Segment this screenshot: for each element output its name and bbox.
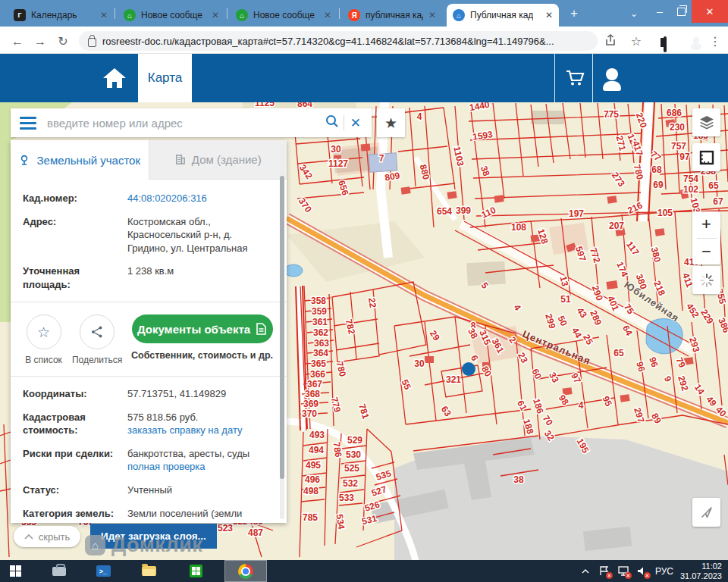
tab-close-icon[interactable]: ✕ — [324, 10, 331, 20]
detail-row: Риски при сделки:банкротства, аресты, су… — [23, 447, 273, 474]
parcel-number: 65 — [708, 180, 719, 191]
menu-dots-icon[interactable]: ⋮ — [707, 33, 723, 50]
menu-burger-icon[interactable] — [11, 117, 46, 130]
share-button[interactable]: Поделиться — [74, 314, 121, 365]
profile-avatar-icon[interactable] — [681, 35, 698, 52]
parcel-number: 369 — [303, 399, 318, 409]
taskbar-powershell-icon[interactable]: >_ — [88, 560, 118, 582]
loading-spinner-icon — [692, 266, 720, 294]
parcel-marker[interactable] — [462, 362, 475, 376]
taskbar-explorer-icon[interactable] — [133, 560, 164, 582]
hide-panel-button[interactable]: скрыть — [14, 526, 80, 547]
window-restore-button[interactable] — [670, 0, 692, 23]
tray-expand-icon[interactable] — [579, 565, 592, 577]
parcel-number: 498 — [303, 486, 318, 496]
geolocate-button[interactable] — [692, 498, 720, 527]
window-minimize-button[interactable]: – — [649, 0, 670, 23]
tab-land-parcel[interactable]: Земельный участок — [11, 140, 149, 180]
star-outline-icon[interactable]: ☆ — [27, 314, 61, 349]
browser-tab-4[interactable]: Япубличная кад✕ — [342, 4, 442, 27]
clear-search-icon[interactable]: ✕ — [347, 115, 364, 131]
share-nodes-icon[interactable] — [80, 314, 115, 349]
building-icon — [174, 154, 186, 165]
layers-button[interactable] — [692, 108, 720, 136]
detail-link[interactable]: заказать справку на дату — [127, 424, 243, 437]
browser-tab-5[interactable]: ⌂Публичная кад✕ — [447, 4, 559, 27]
detail-row: Категория земель:Земли поселений (земли … — [23, 507, 273, 523]
measure-button[interactable] — [692, 143, 720, 171]
language-indicator[interactable]: РУС — [655, 566, 673, 577]
start-button[interactable] — [0, 560, 30, 582]
cart-icon[interactable] — [562, 65, 586, 89]
parcel-number: 97 — [679, 152, 690, 162]
url-text[interactable]: rosreestr-doc.ru/кадастровая_карта#ct=57… — [102, 36, 554, 47]
tab-search-chevron-icon[interactable]: ⌄ — [626, 6, 642, 21]
new-tab-button[interactable]: + — [566, 6, 582, 21]
tab-favicon: Я — [348, 9, 360, 21]
parcel-number: 493 — [309, 430, 325, 440]
tab-house-building[interactable]: Дом (здание) — [149, 140, 287, 180]
volume-muted-icon[interactable]: ✕ — [636, 565, 648, 577]
search-input[interactable] — [46, 116, 324, 130]
tab-close-icon[interactable]: ✕ — [545, 10, 553, 20]
parcel-number: 775 — [604, 109, 619, 120]
screen: 8641125414407757576862301859712122041727… — [0, 0, 728, 582]
parcel-number: 366 — [310, 369, 325, 380]
parcel-number: 533 — [339, 493, 354, 503]
map-search-bar[interactable]: ✕ — [11, 108, 372, 137]
parcel-number: 525 — [344, 463, 359, 474]
parcel-number: 4 — [417, 111, 422, 122]
chevron-up-icon — [24, 534, 33, 540]
parcel-number: 7 — [379, 153, 384, 164]
parcel-number: 108 — [511, 222, 526, 233]
tab-map[interactable]: Карта — [138, 54, 192, 102]
parcel-number: 495 — [306, 460, 321, 471]
tab-close-icon[interactable]: ✕ — [212, 10, 219, 20]
cadastral-number-link[interactable]: 44:08:020206:316 — [127, 192, 207, 205]
object-documents-button[interactable]: Документы объекта — [132, 314, 273, 343]
parcel-number: 654 — [437, 206, 452, 217]
share-icon[interactable] — [602, 33, 619, 50]
browser-tab-1[interactable]: ГКалендарь✕ — [8, 4, 114, 27]
window-close-button[interactable]: ✕ — [692, 0, 728, 23]
parcel-number: 365 — [311, 358, 326, 369]
parcel-info-panel: Земельный участок Дом (здание) Кад.номер… — [11, 140, 287, 523]
parcel-number: 399 — [456, 205, 471, 216]
forward-button[interactable]: → — [32, 33, 49, 50]
detail-row: Адрес:Костромская обл., Красносельский р… — [23, 215, 273, 255]
browser-tab-3[interactable]: ⌂Новое сообще✕ — [230, 4, 337, 27]
network-icon[interactable]: ✕ — [617, 565, 629, 577]
add-to-list-button[interactable]: ☆ В список — [24, 314, 63, 365]
detail-row: Кад.номер:44:08:020206:316 — [23, 192, 273, 205]
panel-scrollbar[interactable] — [280, 144, 284, 519]
taskbar-store-icon[interactable] — [180, 560, 211, 582]
parcel-number: 757 — [671, 141, 686, 152]
detail-row: Кадастровая стоимость:575 818.56 руб.зак… — [23, 411, 273, 437]
home-icon[interactable] — [101, 64, 128, 92]
clock[interactable]: 11:02 31.07.2023 — [680, 562, 722, 581]
parcel-number: 496 — [305, 474, 320, 485]
zoom-in-button[interactable]: + — [692, 211, 720, 238]
browser-tab-2[interactable]: ⌂Новое сообще✕ — [118, 4, 225, 27]
parcel-number: 786 — [331, 442, 344, 458]
profile-icon[interactable] — [600, 65, 624, 89]
bookmark-star-icon[interactable]: ☆ — [628, 33, 645, 50]
taskbar-chrome-icon[interactable] — [224, 560, 267, 582]
zoom-out-button[interactable]: − — [692, 238, 720, 264]
parcel-number: 368 — [305, 389, 320, 399]
back-button[interactable]: ← — [9, 33, 26, 50]
parcel-number: 102 — [683, 184, 698, 195]
tab-close-icon[interactable]: ✕ — [428, 10, 436, 20]
reload-button[interactable]: ↻ — [55, 33, 71, 50]
side-panel-icon[interactable] — [657, 36, 673, 53]
tab-close-icon[interactable]: ✕ — [100, 10, 108, 20]
parcel-number: 530 — [346, 449, 361, 460]
action-center-icon[interactable]: ✕ — [598, 565, 610, 577]
taskbar-toolbox-icon[interactable] — [44, 560, 74, 582]
detail-link[interactable]: полная проверка — [127, 460, 249, 474]
parcel-number: 105 — [657, 208, 673, 218]
parcel-number: 69 — [653, 180, 664, 190]
search-icon[interactable] — [324, 113, 340, 133]
favorites-star-button[interactable]: ★ — [377, 108, 405, 137]
address-bar[interactable]: rosreestr-doc.ru/кадастровая_карта#ct=57… — [79, 31, 598, 51]
